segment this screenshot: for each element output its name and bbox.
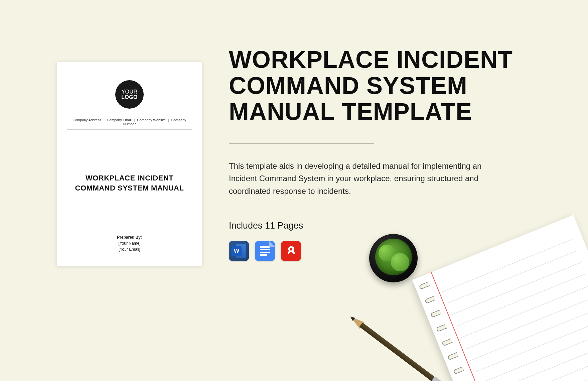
ms-word-letter: W [232,246,242,256]
ms-word-icon[interactable]: W [229,241,249,261]
google-docs-icon[interactable] [255,241,275,261]
template-description: This template aids in developing a detai… [229,160,483,197]
decor-pencil [349,314,443,381]
template-headline: WORKPLACE INCIDENT COMMAND SYSTEM MANUAL… [229,47,516,125]
company-email: Company Email [107,118,132,122]
pdf-icon[interactable] [281,241,301,261]
separator: | [168,118,169,122]
decor-plant [369,234,418,282]
company-address: Company Address [72,118,101,122]
document-preview-card: YOUR LOGO Company Address | Company Emai… [57,62,202,266]
includes-pages-label: Includes 11 Pages [229,221,516,231]
logo-text-line1: YOUR [121,89,137,95]
document-title-line2: COMMAND SYSTEM MANUAL [75,183,184,193]
document-title: WORKPLACE INCIDENT COMMAND SYSTEM MANUAL [75,173,184,193]
divider [229,143,374,144]
document-title-line1: WORKPLACE INCIDENT [75,173,184,183]
prepared-by-email: [Your Email] [117,246,142,252]
pencil-body [359,323,435,381]
logo-text-line2: LOGO [121,95,138,100]
logo-placeholder: YOUR LOGO [115,80,144,109]
divider [67,129,192,130]
prepared-by-name: [Your Name] [117,240,142,246]
company-website: Company Website [137,118,166,122]
plant-leaves [375,239,412,275]
info-column: WORKPLACE INCIDENT COMMAND SYSTEM MANUAL… [229,47,516,261]
prepared-by-label: Prepared By: [117,234,142,240]
separator: | [104,118,105,122]
prepared-by-block: Prepared By: [Your Name] [Your Email] [117,234,142,252]
pdf-glyph-icon [285,245,297,257]
company-meta-row: Company Address | Company Email | Compan… [67,118,192,129]
notepad-spiral [419,281,494,381]
google-docs-lines [260,245,270,257]
separator: | [134,118,135,122]
